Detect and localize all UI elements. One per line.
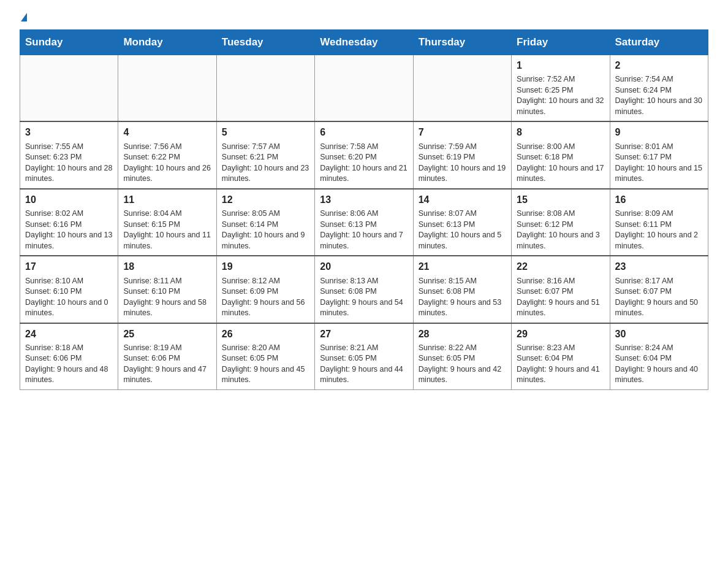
day-number: 8	[517, 126, 604, 139]
day-number: 2	[615, 59, 703, 72]
weekday-header-thursday: Thursday	[413, 30, 511, 55]
day-number: 28	[419, 327, 506, 341]
calendar-cell: 29Sunrise: 8:23 AM Sunset: 6:04 PM Dayli…	[512, 323, 610, 390]
day-number: 4	[123, 126, 211, 139]
day-info: Sunrise: 8:07 AM Sunset: 6:13 PM Dayligh…	[419, 209, 506, 251]
week-row-3: 10Sunrise: 8:02 AM Sunset: 6:16 PM Dayli…	[20, 189, 708, 256]
day-number: 19	[222, 260, 309, 274]
day-info: Sunrise: 8:01 AM Sunset: 6:17 PM Dayligh…	[615, 142, 703, 185]
day-info: Sunrise: 7:59 AM Sunset: 6:19 PM Dayligh…	[419, 142, 506, 185]
calendar-cell: 2Sunrise: 7:54 AM Sunset: 6:24 PM Daylig…	[610, 55, 708, 122]
calendar-cell: 4Sunrise: 7:56 AM Sunset: 6:22 PM Daylig…	[118, 121, 216, 188]
day-info: Sunrise: 7:58 AM Sunset: 6:20 PM Dayligh…	[320, 142, 408, 185]
day-number: 22	[517, 260, 604, 274]
day-info: Sunrise: 8:22 AM Sunset: 6:05 PM Dayligh…	[419, 343, 506, 386]
weekday-header-tuesday: Tuesday	[216, 30, 314, 55]
calendar-cell: 18Sunrise: 8:11 AM Sunset: 6:10 PM Dayli…	[118, 256, 216, 323]
calendar-cell: 22Sunrise: 8:16 AM Sunset: 6:07 PM Dayli…	[512, 256, 610, 323]
day-number: 26	[222, 327, 309, 341]
day-number: 29	[517, 327, 604, 341]
calendar-cell: 30Sunrise: 8:24 AM Sunset: 6:04 PM Dayli…	[610, 323, 708, 390]
week-row-2: 3Sunrise: 7:55 AM Sunset: 6:23 PM Daylig…	[20, 121, 708, 188]
week-row-5: 24Sunrise: 8:18 AM Sunset: 6:06 PM Dayli…	[20, 323, 708, 390]
calendar-cell: 3Sunrise: 7:55 AM Sunset: 6:23 PM Daylig…	[20, 121, 118, 188]
calendar-cell: 20Sunrise: 8:13 AM Sunset: 6:08 PM Dayli…	[315, 256, 413, 323]
day-info: Sunrise: 8:00 AM Sunset: 6:18 PM Dayligh…	[517, 142, 604, 185]
calendar-cell: 23Sunrise: 8:17 AM Sunset: 6:07 PM Dayli…	[610, 256, 708, 323]
calendar-cell: 5Sunrise: 7:57 AM Sunset: 6:21 PM Daylig…	[216, 121, 314, 188]
day-info: Sunrise: 8:18 AM Sunset: 6:06 PM Dayligh…	[25, 343, 113, 386]
day-number: 6	[320, 126, 408, 139]
calendar-cell: 28Sunrise: 8:22 AM Sunset: 6:05 PM Dayli…	[413, 323, 511, 390]
day-info: Sunrise: 8:13 AM Sunset: 6:08 PM Dayligh…	[320, 276, 408, 319]
day-number: 24	[25, 327, 113, 341]
calendar-cell: 17Sunrise: 8:10 AM Sunset: 6:10 PM Dayli…	[20, 256, 118, 323]
day-number: 7	[419, 126, 506, 139]
calendar-cell: 7Sunrise: 7:59 AM Sunset: 6:19 PM Daylig…	[413, 121, 511, 188]
weekday-header-monday: Monday	[118, 30, 216, 55]
day-info: Sunrise: 8:24 AM Sunset: 6:04 PM Dayligh…	[615, 343, 703, 386]
page-header	[20, 15, 708, 23]
calendar-cell: 24Sunrise: 8:18 AM Sunset: 6:06 PM Dayli…	[20, 323, 118, 390]
week-row-1: 1Sunrise: 7:52 AM Sunset: 6:25 PM Daylig…	[20, 55, 708, 122]
logo-triangle-icon	[21, 13, 27, 21]
day-info: Sunrise: 8:08 AM Sunset: 6:12 PM Dayligh…	[517, 209, 604, 251]
day-info: Sunrise: 8:11 AM Sunset: 6:10 PM Dayligh…	[123, 276, 211, 319]
day-number: 12	[222, 193, 309, 207]
calendar-cell	[315, 55, 413, 122]
day-info: Sunrise: 8:16 AM Sunset: 6:07 PM Dayligh…	[517, 276, 604, 319]
weekday-header-wednesday: Wednesday	[315, 30, 413, 55]
weekday-header-row: SundayMondayTuesdayWednesdayThursdayFrid…	[20, 30, 708, 55]
weekday-header-sunday: Sunday	[20, 30, 118, 55]
day-info: Sunrise: 8:09 AM Sunset: 6:11 PM Dayligh…	[615, 209, 703, 251]
calendar-cell: 1Sunrise: 7:52 AM Sunset: 6:25 PM Daylig…	[512, 55, 610, 122]
day-info: Sunrise: 8:21 AM Sunset: 6:05 PM Dayligh…	[320, 343, 408, 386]
week-row-4: 17Sunrise: 8:10 AM Sunset: 6:10 PM Dayli…	[20, 256, 708, 323]
day-number: 5	[222, 126, 309, 139]
day-info: Sunrise: 7:54 AM Sunset: 6:24 PM Dayligh…	[615, 74, 703, 117]
day-info: Sunrise: 7:56 AM Sunset: 6:22 PM Dayligh…	[123, 142, 211, 185]
calendar-cell: 16Sunrise: 8:09 AM Sunset: 6:11 PM Dayli…	[610, 189, 708, 256]
calendar-cell: 8Sunrise: 8:00 AM Sunset: 6:18 PM Daylig…	[512, 121, 610, 188]
calendar-table: SundayMondayTuesdayWednesdayThursdayFrid…	[20, 29, 708, 390]
calendar-cell: 15Sunrise: 8:08 AM Sunset: 6:12 PM Dayli…	[512, 189, 610, 256]
day-number: 17	[25, 260, 113, 274]
weekday-header-friday: Friday	[512, 30, 610, 55]
day-info: Sunrise: 8:12 AM Sunset: 6:09 PM Dayligh…	[222, 276, 309, 319]
day-number: 20	[320, 260, 408, 274]
calendar-cell	[118, 55, 216, 122]
day-number: 23	[615, 260, 703, 274]
day-info: Sunrise: 8:05 AM Sunset: 6:14 PM Dayligh…	[222, 209, 309, 251]
calendar-cell: 27Sunrise: 8:21 AM Sunset: 6:05 PM Dayli…	[315, 323, 413, 390]
calendar-cell	[413, 55, 511, 122]
day-number: 14	[419, 193, 506, 207]
day-number: 1	[517, 59, 604, 72]
calendar-cell	[20, 55, 118, 122]
calendar-cell: 13Sunrise: 8:06 AM Sunset: 6:13 PM Dayli…	[315, 189, 413, 256]
day-info: Sunrise: 8:15 AM Sunset: 6:08 PM Dayligh…	[419, 276, 506, 319]
day-number: 11	[123, 193, 211, 207]
calendar-cell: 25Sunrise: 8:19 AM Sunset: 6:06 PM Dayli…	[118, 323, 216, 390]
day-info: Sunrise: 7:55 AM Sunset: 6:23 PM Dayligh…	[25, 142, 113, 185]
calendar-cell	[216, 55, 314, 122]
calendar-cell: 11Sunrise: 8:04 AM Sunset: 6:15 PM Dayli…	[118, 189, 216, 256]
day-number: 15	[517, 193, 604, 207]
day-number: 30	[615, 327, 703, 341]
day-number: 25	[123, 327, 211, 341]
day-info: Sunrise: 7:57 AM Sunset: 6:21 PM Dayligh…	[222, 142, 309, 185]
calendar-cell: 12Sunrise: 8:05 AM Sunset: 6:14 PM Dayli…	[216, 189, 314, 256]
calendar-cell: 19Sunrise: 8:12 AM Sunset: 6:09 PM Dayli…	[216, 256, 314, 323]
day-number: 9	[615, 126, 703, 139]
day-info: Sunrise: 8:20 AM Sunset: 6:05 PM Dayligh…	[222, 343, 309, 386]
day-info: Sunrise: 8:02 AM Sunset: 6:16 PM Dayligh…	[25, 209, 113, 251]
day-number: 10	[25, 193, 113, 207]
weekday-header-saturday: Saturday	[610, 30, 708, 55]
day-info: Sunrise: 8:23 AM Sunset: 6:04 PM Dayligh…	[517, 343, 604, 386]
day-info: Sunrise: 8:10 AM Sunset: 6:10 PM Dayligh…	[25, 276, 113, 319]
calendar-cell: 26Sunrise: 8:20 AM Sunset: 6:05 PM Dayli…	[216, 323, 314, 390]
day-info: Sunrise: 8:06 AM Sunset: 6:13 PM Dayligh…	[320, 209, 408, 251]
calendar-cell: 10Sunrise: 8:02 AM Sunset: 6:16 PM Dayli…	[20, 189, 118, 256]
calendar-cell: 14Sunrise: 8:07 AM Sunset: 6:13 PM Dayli…	[413, 189, 511, 256]
day-number: 27	[320, 327, 408, 341]
day-number: 18	[123, 260, 211, 274]
